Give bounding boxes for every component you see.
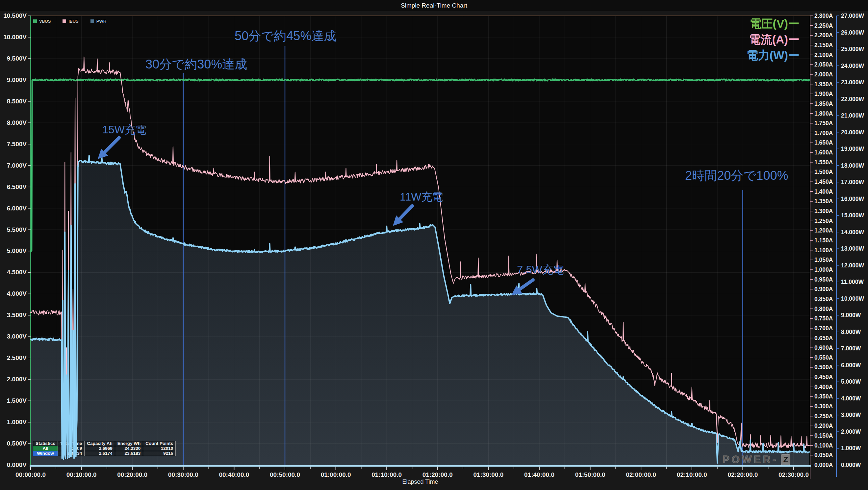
jp-legend-current: 電流(A)ー: [701, 32, 800, 48]
app-window: Simple Real-Time Chart 0.000V0.500V1.000…: [0, 0, 868, 490]
series-legend: VBUS IBUS PWR: [33, 19, 106, 24]
annotation-text-4: 11W充電: [400, 190, 443, 204]
jp-legend-voltage: 電圧(V)ー: [701, 16, 800, 32]
jp-legend-power: 電力(W)ー: [701, 48, 800, 63]
annotation-arrow-shaft: [105, 138, 119, 152]
legend-item-vbus[interactable]: VBUS: [33, 19, 51, 24]
annotation-text-3: 15W充電: [102, 122, 147, 137]
pwr-swatch-icon: [91, 20, 94, 23]
legend-label-ibus: IBUS: [68, 19, 78, 24]
series-ibus: [31, 57, 809, 457]
legend-label-pwr: PWR: [96, 19, 106, 24]
annotation-arrow-shaft: [520, 280, 533, 289]
chart-series-layer: [0, 0, 868, 490]
legend-item-ibus[interactable]: IBUS: [63, 19, 78, 24]
japanese-legend: 電圧(V)ー 電流(A)ー 電力(W)ー: [701, 16, 800, 63]
x-axis-title: Elapsed Time: [387, 479, 453, 485]
ibus-swatch-icon: [63, 20, 66, 23]
vbus-swatch-icon: [33, 20, 37, 23]
legend-label-vbus: VBUS: [39, 19, 51, 24]
annotation-arrow-shaft: [400, 206, 412, 219]
annotation-text-1: 30分で約30%達成: [146, 56, 247, 73]
annotation-text-5: 7.5W充電: [517, 262, 564, 277]
annotation-text-2: 2時間20分で100%: [685, 167, 788, 184]
legend-item-pwr[interactable]: PWR: [91, 19, 106, 24]
annotation-text-0: 50分で約45%達成: [235, 28, 336, 45]
